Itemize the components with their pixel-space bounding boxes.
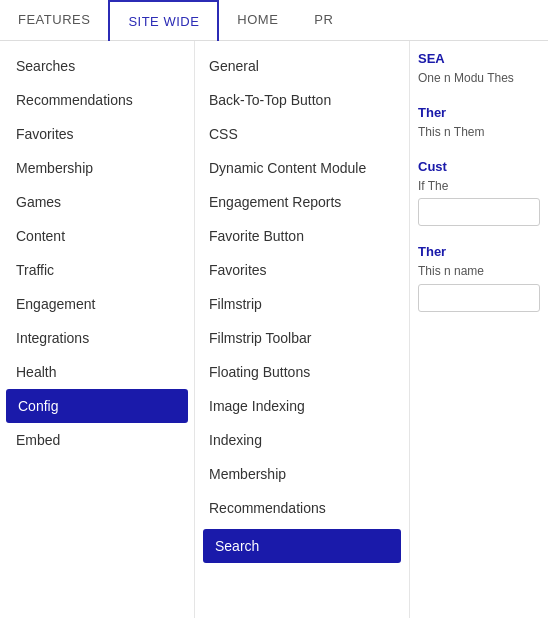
sidebar-item-games[interactable]: Games: [0, 185, 194, 219]
middle-item-indexing[interactable]: Indexing: [195, 423, 409, 457]
middle-item-engagement-reports[interactable]: Engagement Reports: [195, 185, 409, 219]
sidebar-item-embed[interactable]: Embed: [0, 423, 194, 457]
sidebar: Searches Recommendations Favorites Membe…: [0, 41, 195, 618]
sidebar-item-content[interactable]: Content: [0, 219, 194, 253]
right-section-ther: Ther This n Them: [418, 105, 540, 141]
middle-item-general[interactable]: General: [195, 49, 409, 83]
right-section-sea: SEA One n Modu Thes: [418, 51, 540, 87]
right-section-ther2: Ther This n name: [418, 244, 540, 312]
sidebar-item-engagement[interactable]: Engagement: [0, 287, 194, 321]
middle-item-membership[interactable]: Membership: [195, 457, 409, 491]
right-title-ther: Ther: [418, 105, 540, 120]
sidebar-item-membership[interactable]: Membership: [0, 151, 194, 185]
right-column: SEA One n Modu Thes Ther This n Them Cus…: [410, 41, 548, 618]
sidebar-item-integrations[interactable]: Integrations: [0, 321, 194, 355]
middle-item-back-to-top[interactable]: Back-To-Top Button: [195, 83, 409, 117]
middle-item-css[interactable]: CSS: [195, 117, 409, 151]
middle-item-favorites[interactable]: Favorites: [195, 253, 409, 287]
middle-item-filmstrip[interactable]: Filmstrip: [195, 287, 409, 321]
middle-item-recommendations[interactable]: Recommendations: [195, 491, 409, 525]
right-text-sea: One n Modu Thes: [418, 70, 540, 87]
right-text-cust: If The: [418, 178, 540, 195]
cust-input[interactable]: [418, 198, 540, 226]
middle-item-image-indexing[interactable]: Image Indexing: [195, 389, 409, 423]
sidebar-item-favorites[interactable]: Favorites: [0, 117, 194, 151]
right-title-ther2: Ther: [418, 244, 540, 259]
sidebar-item-searches[interactable]: Searches: [0, 49, 194, 83]
middle-item-floating-buttons[interactable]: Floating Buttons: [195, 355, 409, 389]
top-nav: FEATURES SITE WIDE HOME PR: [0, 0, 548, 41]
right-title-cust: Cust: [418, 159, 540, 174]
middle-item-favorite-button[interactable]: Favorite Button: [195, 219, 409, 253]
sidebar-item-traffic[interactable]: Traffic: [0, 253, 194, 287]
tab-pr[interactable]: PR: [296, 0, 351, 40]
right-text-ther: This n Them: [418, 124, 540, 141]
right-title-sea: SEA: [418, 51, 540, 66]
sidebar-item-config[interactable]: Config: [6, 389, 188, 423]
right-section-cust: Cust If The: [418, 159, 540, 227]
middle-item-filmstrip-toolbar[interactable]: Filmstrip Toolbar: [195, 321, 409, 355]
middle-column: General Back-To-Top Button CSS Dynamic C…: [195, 41, 410, 618]
middle-item-search[interactable]: Search: [203, 529, 401, 563]
tab-site-wide[interactable]: SITE WIDE: [108, 0, 219, 41]
sidebar-item-recommendations[interactable]: Recommendations: [0, 83, 194, 117]
right-text-ther2: This n name: [418, 263, 540, 280]
main-layout: Searches Recommendations Favorites Membe…: [0, 41, 548, 618]
sidebar-item-health[interactable]: Health: [0, 355, 194, 389]
middle-item-dynamic-content[interactable]: Dynamic Content Module: [195, 151, 409, 185]
ther2-input[interactable]: [418, 284, 540, 312]
tab-home[interactable]: HOME: [219, 0, 296, 40]
tab-features[interactable]: FEATURES: [0, 0, 108, 40]
